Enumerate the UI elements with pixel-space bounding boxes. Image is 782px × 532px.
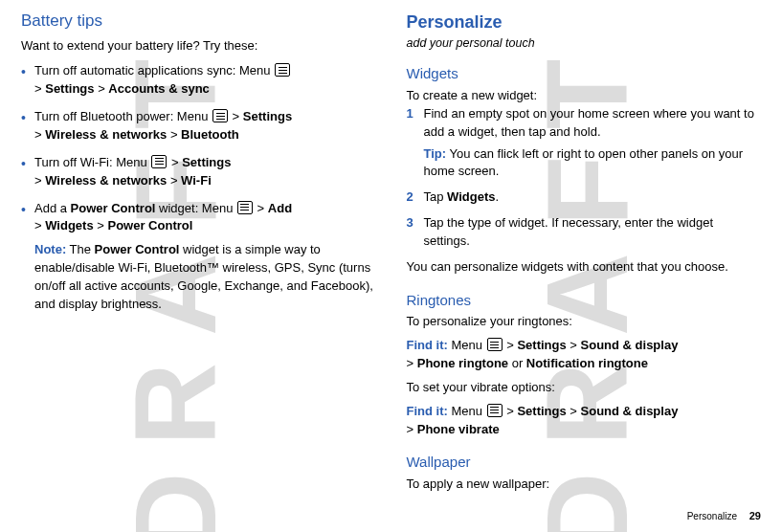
ringtones-heading: Ringtones xyxy=(407,290,762,311)
widgets-steps: 1 Find an empty spot on your home screen… xyxy=(407,105,762,251)
wallpaper-heading: Wallpaper xyxy=(407,452,762,473)
ringtones-find-it: Find it: Menu > Settings > Sound & displ… xyxy=(407,337,762,373)
vibrate-find-it: Find it: Menu > Settings > Sound & displ… xyxy=(407,403,762,439)
widget-step-1: 1 Find an empty spot on your home screen… xyxy=(407,105,762,181)
battery-tips-intro: Want to extend your battery life? Try th… xyxy=(21,37,376,55)
tip-power-control: Add a Power Control widget: Menu > Add >… xyxy=(21,200,376,314)
widgets-heading: Widgets xyxy=(407,63,762,84)
wallpaper-intro: To apply a new wallpaper: xyxy=(407,476,762,494)
menu-icon xyxy=(487,404,503,417)
power-control-note: Note: The Power Control widget is a simp… xyxy=(34,241,376,313)
menu-icon xyxy=(151,155,167,168)
widget-step-3: 3 Tap the type of widget. If necessary, … xyxy=(407,214,762,251)
tip-wifi-off: Turn off Wi-Fi: Menu > Settings > Wirele… xyxy=(21,154,376,190)
tip-sync-off: Turn off automatic applications sync: Me… xyxy=(21,62,376,99)
right-column: Personalize add your personal touch Widg… xyxy=(407,10,762,494)
vibrate-intro: To set your vibrate options: xyxy=(407,379,762,397)
battery-tips-list: Turn off automatic applications sync: Me… xyxy=(21,62,376,313)
menu-icon xyxy=(275,63,290,77)
menu-icon xyxy=(237,201,253,214)
widgets-outro: You can personalize widgets with content… xyxy=(407,258,762,277)
menu-icon xyxy=(212,109,228,122)
personalize-heading: Personalize xyxy=(407,10,762,34)
widget-step-2: 2 Tap Widgets. xyxy=(407,188,762,207)
ringtones-intro: To personalize your ringtones: xyxy=(407,313,762,331)
widgets-intro: To create a new widget: xyxy=(407,87,762,105)
menu-icon xyxy=(487,338,503,351)
tip-bluetooth-off: Turn off Bluetooth power: Menu > Setting… xyxy=(21,108,376,144)
left-column: Battery tips Want to extend your battery… xyxy=(21,10,376,494)
personalize-subtitle: add your personal touch xyxy=(407,34,762,52)
battery-tips-heading: Battery tips xyxy=(21,10,376,33)
